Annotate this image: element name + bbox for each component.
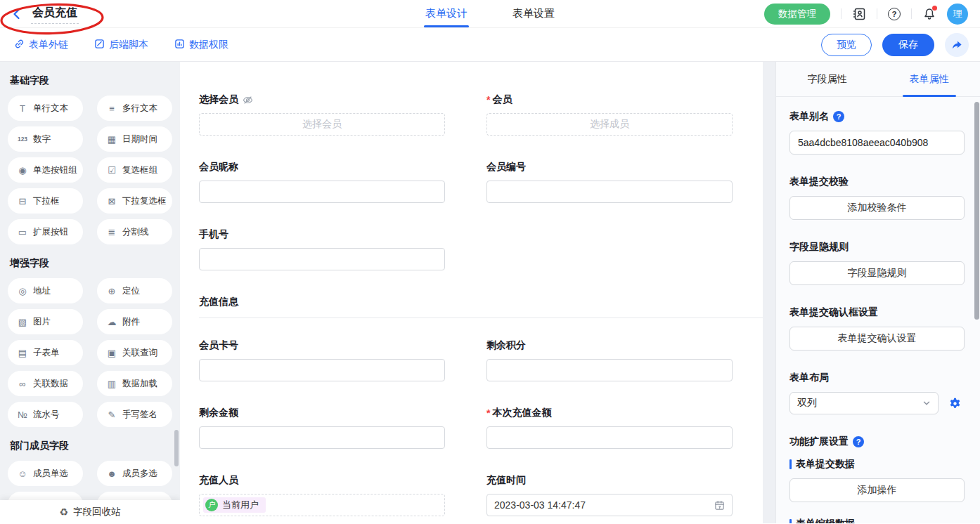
field-text-input[interactable] bbox=[199, 359, 445, 381]
field-select-member[interactable]: 选择会员选择会员 bbox=[199, 93, 445, 136]
sidebar-group-grid: ◎地址⊕定位▧图片☁附件▤子表单▣关联查询∞关联数据▥数据加载№流水号✎手写签名 bbox=[0, 278, 180, 427]
field-text-input[interactable] bbox=[486, 426, 733, 449]
form-section-recharge-info[interactable]: 充值信息 bbox=[199, 296, 763, 318]
toolbar-actions: 预览 保存 bbox=[821, 33, 969, 57]
sidebar-item-dropdown[interactable]: ⊟下拉框 bbox=[8, 188, 83, 214]
tab-form-settings[interactable]: 表单设置 bbox=[512, 0, 555, 27]
tab-form-props[interactable]: 表单属性 bbox=[878, 62, 980, 96]
sidebar-item-member-multi[interactable]: ☻成员多选 bbox=[97, 461, 172, 486]
field-label-row: 会员编号 bbox=[486, 161, 733, 173]
sidebar-item-number[interactable]: 123数字 bbox=[8, 126, 83, 152]
layout-select-row: 双列 bbox=[789, 392, 965, 414]
toolbar-link-form-external-link[interactable]: 表单外链 bbox=[14, 39, 68, 51]
field-member-control[interactable]: 户当前用户 bbox=[199, 494, 445, 516]
sidebar-item-radio-group[interactable]: ◉单选按钮组 bbox=[8, 157, 83, 183]
sidebar-item-checkbox-group[interactable]: ☑复选框组 bbox=[97, 157, 172, 183]
back-icon[interactable] bbox=[11, 8, 23, 20]
field-mobile[interactable]: 手机号 bbox=[199, 228, 445, 270]
sidebar-item-attachment[interactable]: ☁附件 bbox=[97, 309, 172, 334]
field-recharge-operator[interactable]: 充值人员户当前用户 bbox=[199, 474, 445, 516]
field-text-input[interactable] bbox=[199, 426, 445, 449]
sidebar-item-multi-line-text[interactable]: ≡多行文本 bbox=[97, 96, 172, 121]
sidebar-item-single-line-text[interactable]: T单行文本 bbox=[8, 96, 83, 121]
field-picker-control[interactable]: 选择成员 bbox=[486, 113, 733, 136]
divider bbox=[841, 8, 842, 19]
field-member[interactable]: *会员选择成员 bbox=[486, 93, 733, 136]
share-icon[interactable] bbox=[945, 33, 969, 57]
datetime-icon: ▦ bbox=[106, 134, 117, 145]
save-button[interactable]: 保存 bbox=[882, 34, 934, 56]
sidebar-item-signature[interactable]: ✎手写签名 bbox=[97, 402, 172, 427]
sidebar-item-label: 定位 bbox=[122, 285, 140, 297]
help-icon[interactable]: ? bbox=[833, 111, 844, 122]
sidebar-item-linked-query[interactable]: ▣关联查询 bbox=[97, 340, 172, 365]
field-visibility-rules-button[interactable]: 字段显隐规则 bbox=[789, 261, 965, 285]
sidebar-item-address[interactable]: ◎地址 bbox=[8, 278, 83, 303]
layout-select[interactable]: 双列 bbox=[789, 392, 939, 414]
contacts-icon[interactable] bbox=[852, 7, 866, 21]
help-icon[interactable]: ? bbox=[888, 8, 901, 20]
field-label: 会员 bbox=[492, 93, 512, 106]
gear-icon[interactable] bbox=[948, 397, 962, 410]
panel-section-label-row: 表单布局 bbox=[789, 372, 965, 384]
sidebar-item-dropdown-multi[interactable]: ⊠下拉复选框 bbox=[97, 188, 172, 214]
sidebar-group-title: 部门成员字段 bbox=[10, 440, 180, 452]
properties-panel: 字段属性表单属性 表单别名?5aa4dcbe8108aeeac040b908表单… bbox=[775, 62, 980, 523]
sidebar-item-linked-data[interactable]: ∞关联数据 bbox=[8, 371, 83, 396]
avatar[interactable]: 理 bbox=[947, 4, 968, 25]
dropdown-multi-icon: ⊠ bbox=[106, 196, 117, 207]
field-member-nickname[interactable]: 会员昵称 bbox=[199, 161, 445, 203]
divider-icon: ≣ bbox=[106, 227, 117, 237]
sidebar-item-datetime[interactable]: ▦日期时间 bbox=[97, 126, 172, 152]
sidebar-scrollbar[interactable] bbox=[174, 430, 179, 466]
member-multi-icon: ☻ bbox=[106, 469, 117, 479]
form-row: 剩余金额*本次充值金额 bbox=[199, 407, 763, 449]
location-icon: ⊕ bbox=[106, 286, 117, 296]
field-datetime-input[interactable]: 2023-03-03 14:47:47 bbox=[486, 494, 733, 516]
field-text-input[interactable] bbox=[199, 181, 445, 203]
panel-section-form-alias: 表单别名?5aa4dcbe8108aeeac040b908 bbox=[789, 110, 965, 155]
field-label: 充值时间 bbox=[486, 474, 526, 487]
sidebar-item-member-single[interactable]: ☺成员单选 bbox=[8, 461, 83, 486]
form-alias-input[interactable]: 5aa4dcbe8108aeeac040b908 bbox=[789, 131, 965, 155]
bell-icon[interactable] bbox=[922, 7, 936, 21]
toolbar-link-backend-script[interactable]: 后端脚本 bbox=[94, 39, 148, 51]
form-submit-data-button[interactable]: 添加操作 bbox=[789, 478, 965, 502]
field-recharge-time[interactable]: 充值时间2023-03-03 14:47:47 bbox=[486, 474, 733, 516]
tab-form-design[interactable]: 表单设计 bbox=[425, 0, 468, 27]
field-remaining-points[interactable]: 剩余积分 bbox=[486, 339, 733, 381]
toolbar-link-data-permission[interactable]: 数据权限 bbox=[174, 39, 228, 51]
submit-validation-button[interactable]: 添加校验条件 bbox=[789, 196, 965, 220]
submit-confirm-setting-button[interactable]: 表单提交确认设置 bbox=[789, 327, 965, 351]
sidebar-item-serial-number[interactable]: №流水号 bbox=[8, 402, 83, 427]
field-remaining-amount[interactable]: 剩余金额 bbox=[199, 407, 445, 449]
sidebar-item-image[interactable]: ▧图片 bbox=[8, 309, 83, 334]
field-text-input[interactable] bbox=[486, 359, 733, 381]
field-member-no[interactable]: 会员编号 bbox=[486, 161, 733, 203]
field-recycle-bin[interactable]: ♻ 字段回收站 bbox=[0, 500, 180, 523]
help-icon[interactable]: ? bbox=[853, 436, 864, 447]
required-asterisk: * bbox=[486, 407, 490, 419]
field-recharge-amount[interactable]: *本次充值金额 bbox=[486, 407, 733, 449]
page-title[interactable]: 会员充值 bbox=[31, 4, 79, 24]
field-text-input[interactable] bbox=[199, 248, 445, 270]
permission-icon bbox=[174, 39, 185, 51]
field-text-input[interactable] bbox=[486, 181, 733, 203]
sidebar-item-divider[interactable]: ≣分割线 bbox=[97, 219, 172, 244]
panel-section-label-row: 字段显隐规则 bbox=[789, 241, 965, 254]
sidebar-item-label: 下拉框 bbox=[33, 195, 60, 207]
sidebar-item-location[interactable]: ⊕定位 bbox=[97, 278, 172, 303]
field-picker-control[interactable]: 选择会员 bbox=[199, 113, 445, 136]
tab-field-props[interactable]: 字段属性 bbox=[776, 62, 878, 96]
required-asterisk: * bbox=[486, 94, 490, 105]
divider bbox=[911, 8, 912, 19]
sidebar-item-extend-button[interactable]: ▭扩展按钮 bbox=[8, 219, 83, 244]
sidebar-item-subform[interactable]: ▤子表单 bbox=[8, 340, 83, 365]
preview-button[interactable]: 预览 bbox=[821, 34, 872, 56]
sidebar-group-title: 增强字段 bbox=[10, 257, 180, 270]
panel-scrollbar[interactable] bbox=[974, 102, 979, 320]
field-member-card-no[interactable]: 会员卡号 bbox=[199, 339, 445, 381]
sidebar-item-data-load[interactable]: ▥数据加载 bbox=[97, 371, 172, 396]
data-manage-button[interactable]: 数据管理 bbox=[764, 4, 830, 25]
field-label: 手机号 bbox=[199, 228, 228, 241]
